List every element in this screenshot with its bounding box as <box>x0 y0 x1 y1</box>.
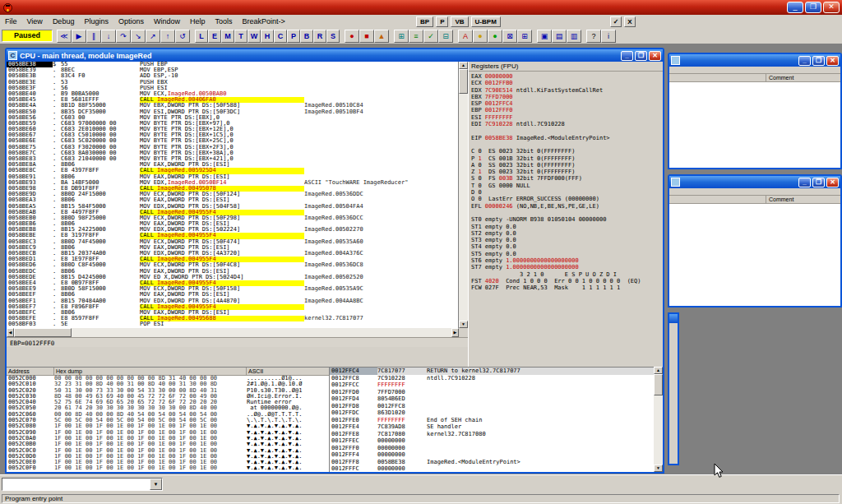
close-button[interactable]: ✕ <box>826 178 839 187</box>
register-line[interactable]: C 0 ES 0023 32bit 0(FFFFFFFF) <box>469 148 663 155</box>
tile-windows-icon[interactable]: ▣ <box>537 30 552 43</box>
help-icon[interactable]: ? <box>586 30 601 43</box>
menu-breakpoint[interactable]: BreakPoint-> <box>238 15 290 28</box>
breakpoint-icon[interactable]: ● <box>345 30 359 43</box>
memory-dump-pane[interactable]: Address Hex dump ASCII 0052C00000 00 00 … <box>7 367 329 472</box>
dump-ascii-header[interactable]: ASCII <box>247 368 329 375</box>
restart-icon[interactable]: ↺ <box>175 30 190 43</box>
menu-file[interactable]: File <box>0 15 22 28</box>
maximize-button[interactable]: ❐ <box>812 178 825 187</box>
register-line[interactable]: ST0 empty -UNORM B938 01050104 00000000 <box>469 216 663 223</box>
stack-row[interactable]: 0012FFF80058BE38ImageRed.<ModuleEntryPoi… <box>330 459 654 466</box>
register-line[interactable]: EDI 7C910228 ntdll.7C910228 <box>469 121 663 127</box>
menu-debug[interactable]: Debug <box>48 15 80 28</box>
register-line[interactable] <box>469 127 663 134</box>
minimize-button[interactable]: _ <box>798 178 811 187</box>
register-line[interactable]: EIP 0058BE38 ImageRed.<ModuleEntryPoint> <box>469 135 663 141</box>
scroll-thumb[interactable] <box>14 328 72 337</box>
register-line[interactable]: A 0 SS 0023 32bit 0(FFFFFFFF) <box>469 162 663 169</box>
scroll-left-icon[interactable]: ◀ <box>7 328 14 337</box>
stack-pane[interactable]: 0012FFC47C817077RETURN to kernel32.7C817… <box>329 367 654 472</box>
log-window-button[interactable]: L <box>195 30 208 43</box>
options-icon[interactable]: ⊠ <box>502 30 517 43</box>
stack-row[interactable]: 0012FFEC00000000 <box>330 437 654 445</box>
threads-button[interactable]: T <box>234 30 248 43</box>
register-line[interactable]: T 0 GS 0000 NULL <box>469 183 663 189</box>
register-line[interactable]: FCW 027F Prec NEAR,53 Mask 1 1 1 1 1 1 <box>469 284 663 291</box>
register-line[interactable]: ST5 empty 0.0 <box>469 251 663 257</box>
cascade-windows-icon[interactable]: ▤ <box>552 30 567 43</box>
references-button[interactable]: R <box>313 30 326 43</box>
cpu-close-button[interactable]: ✕ <box>649 51 661 61</box>
register-line[interactable]: EFL 00000246 (NO,NB,E,BE,NS,PE,GE,LE) <box>469 203 663 210</box>
menu-plugins[interactable]: Plugins <box>79 15 113 28</box>
menu-window[interactable]: Window <box>149 15 185 28</box>
scroll-right-icon[interactable]: ▶ <box>451 328 459 337</box>
close-button[interactable]: ✕ <box>826 56 839 66</box>
cpu-maximize-button[interactable]: ❐ <box>635 51 647 61</box>
menu-help[interactable]: Help <box>185 15 210 28</box>
close-button[interactable]: ✕ <box>823 2 840 13</box>
register-line[interactable]: EBX 7FFD7000 <box>469 94 663 100</box>
stack-row[interactable]: 0012FFCCFFFFFFFF <box>330 381 654 389</box>
handles-button[interactable]: H <box>261 30 274 43</box>
windows-button[interactable]: W <box>248 30 261 43</box>
chevron-down-icon[interactable]: ▼ <box>150 479 162 490</box>
execute-till-return-icon[interactable]: ↑ <box>160 30 175 43</box>
hardware-breakpoint-icon[interactable]: ▲ <box>374 30 389 43</box>
register-line[interactable]: ST3 empty 0.0 <box>469 237 663 243</box>
stack-row[interactable]: 0012FFE47C839AD8SE handler <box>330 423 654 431</box>
memory-breakpoint-icon[interactable]: ■ <box>359 30 374 43</box>
combobox-value[interactable] <box>2 479 150 490</box>
scroll-thumb[interactable] <box>459 69 468 94</box>
register-line[interactable]: ST7 empty 1.0000000000000000000 <box>469 264 663 270</box>
scan-icon[interactable]: ⊟ <box>438 30 453 43</box>
stack-row[interactable]: 0012FFFC00000000 <box>330 465 654 472</box>
register-line[interactable]: EBP 0012FFF0 <box>469 107 663 113</box>
scroll-down-icon[interactable]: ▼ <box>654 465 663 472</box>
menu-tools[interactable]: Tools <box>210 15 238 28</box>
register-line[interactable]: ST2 empty 0.0 <box>469 230 663 237</box>
register-line[interactable]: EAX 00000000 <box>469 73 663 80</box>
disasm-row[interactable]: 0058BE3E.53PUSH EBX <box>7 80 458 86</box>
source-button[interactable]: S <box>326 30 340 43</box>
step-into-icon[interactable]: ↓ <box>101 30 116 43</box>
register-line[interactable]: ESP 0012FFC4 <box>469 100 663 107</box>
stack-row[interactable]: 0012FFD07FFD7000 <box>330 389 654 396</box>
stack-vscrollbar[interactable]: ▲ ▼ <box>654 367 663 472</box>
minimize-button[interactable]: _ <box>787 2 803 13</box>
stack-row[interactable]: 0012FFC87C910228ntdll.7C910228 <box>330 375 654 382</box>
secondary-window-3-titlebar[interactable] <box>669 314 678 323</box>
window-content[interactable] <box>669 204 840 306</box>
secondary-window-3-fragment[interactable] <box>668 312 679 465</box>
disassembly-pane[interactable]: 0058BE38$55PUSH EBP0058BE39.8BECMOV EBP,… <box>7 62 459 328</box>
open-file-icon[interactable]: ≪ <box>57 30 72 43</box>
register-line[interactable]: ST1 empty 0.0 <box>469 224 663 230</box>
menu-options[interactable]: Options <box>113 15 149 28</box>
register-line[interactable]: 3 2 1 0 E S P U O Z D I <box>469 271 663 278</box>
blank-column-header[interactable] <box>669 74 766 81</box>
stack-row[interactable]: 0012FFD80012FFC8 <box>330 403 654 410</box>
stack-row[interactable]: 0012FFE87C817080kernel32.7C817080 <box>330 431 654 438</box>
scroll-up-icon[interactable]: ▲ <box>654 367 663 374</box>
disassembly-hscrollbar[interactable]: ◀ ▶ <box>7 328 459 337</box>
register-line[interactable] <box>469 141 663 148</box>
register-line[interactable]: ST4 empty 0.0 <box>469 243 663 250</box>
command-combobox[interactable]: ▼ <box>2 478 163 491</box>
disasm-row[interactable]: 0058BE3B.83C4 F0ADD ESP,-10 <box>7 73 458 79</box>
patches-button[interactable]: P <box>287 30 300 43</box>
arrange-icons-icon[interactable]: ▥ <box>567 30 581 43</box>
minimize-button[interactable]: _ <box>798 56 811 66</box>
blank-column-header[interactable] <box>669 196 766 203</box>
plugin-p-button[interactable]: P <box>436 16 448 27</box>
plugin-ubpm-button[interactable]: U-BPM <box>471 16 501 27</box>
register-line[interactable]: ST6 empty 1.0000000000000000000 <box>469 257 663 264</box>
register-line[interactable]: FST 4020 Cond 1 0 0 0 Err 0 0 1 0 0 0 0 … <box>469 278 663 284</box>
executables-button[interactable]: E <box>208 30 221 43</box>
register-line[interactable]: S 0 FS 003B 32bit 7FFDF000(FFF) <box>469 175 663 182</box>
secondary-window-1-titlebar[interactable]: _ ❐ ✕ <box>669 54 840 67</box>
stack-row[interactable]: 0012FFF000000000 <box>330 445 654 452</box>
registers-pane[interactable]: Registers (FPU) EAX 00000000ECX 0012FFB0… <box>468 62 663 367</box>
register-line[interactable]: ESI FFFFFFFF <box>469 114 663 121</box>
breakpoints-button[interactable]: B <box>300 30 313 43</box>
